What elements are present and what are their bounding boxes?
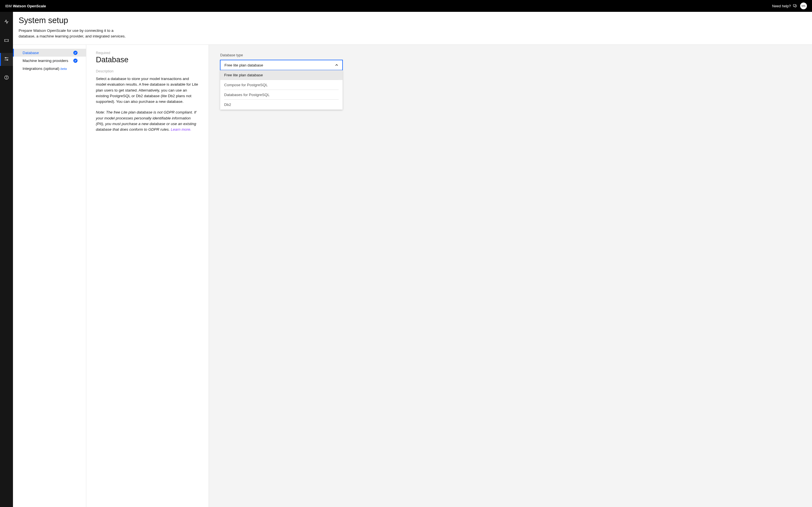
avatar[interactable]: MS — [800, 3, 807, 9]
topbar: IBM Watson OpenScale Need help? MS — [0, 0, 812, 12]
db-type-label: Database type — [220, 53, 801, 57]
need-help-link[interactable]: Need help? — [772, 4, 798, 8]
brand: IBM Watson OpenScale — [5, 4, 46, 8]
learn-more-link[interactable]: Learn more. — [171, 127, 192, 131]
sidebar-item-ml-providers[interactable]: Machine learning providers — [13, 57, 86, 64]
option-label: Compose for PostgreSQL — [224, 83, 268, 87]
description-panel: Required Database Description Select a d… — [86, 45, 209, 507]
topbar-right: Need help? MS — [772, 3, 807, 9]
check-icon — [73, 59, 78, 63]
form-panel: Database type Free lite plan database Fr… — [209, 45, 812, 507]
rail-help[interactable] — [0, 71, 13, 84]
description-text: Select a database to store your model tr… — [96, 76, 199, 105]
chevron-up-icon — [335, 63, 338, 67]
need-help-label: Need help? — [772, 4, 791, 8]
svg-point-0 — [5, 57, 6, 58]
note-text: Note: The free Lite plan database is not… — [96, 110, 199, 132]
content: System setup Prepare Watson OpenScale fo… — [13, 12, 812, 507]
sidebar-item-integrations[interactable]: Integrations (optional) beta — [13, 64, 86, 72]
check-icon — [73, 51, 78, 55]
required-label: Required — [96, 51, 199, 55]
db-type-selected: Free lite plan database — [224, 63, 263, 67]
db-type-option[interactable]: Db2 — [220, 100, 343, 110]
brand-product: Watson OpenScale — [13, 4, 46, 8]
rail-ticket[interactable] — [0, 34, 13, 47]
settings-icon — [4, 56, 9, 62]
body: Database Machine learning providers Inte… — [13, 45, 812, 507]
page-subtitle: Prepare Watson OpenScale for use by conn… — [18, 28, 126, 39]
main: System setup Prepare Watson OpenScale fo… — [0, 12, 812, 507]
left-rail — [0, 12, 13, 507]
option-label: Free lite plan database — [224, 73, 263, 77]
brand-prefix: IBM — [5, 4, 12, 8]
db-type-option[interactable]: Databases for PostgreSQL — [220, 90, 343, 100]
svg-point-3 — [7, 59, 8, 60]
chat-icon — [793, 4, 797, 8]
db-type-trigger[interactable]: Free lite plan database — [220, 60, 343, 70]
sidebar-item-label: Integrations (optional) — [22, 66, 59, 71]
db-type-option[interactable]: Compose for PostgreSQL — [220, 80, 343, 90]
rail-activity[interactable] — [0, 16, 13, 29]
sidebar-item-label: Machine learning providers — [22, 59, 68, 63]
sidebar-item-label: Database — [22, 51, 39, 55]
page-title: System setup — [18, 16, 806, 25]
activity-icon — [4, 19, 9, 25]
option-label: Databases for PostgreSQL — [224, 93, 269, 97]
db-type-menu: Free lite plan database Compose for Post… — [220, 70, 343, 110]
db-type-dropdown: Free lite plan database Free lite plan d… — [220, 60, 343, 110]
help-icon — [4, 75, 9, 81]
rail-settings[interactable] — [0, 53, 13, 66]
db-type-option[interactable]: Free lite plan database — [220, 70, 343, 80]
avatar-initials: MS — [802, 4, 806, 7]
description-label: Description — [96, 69, 199, 73]
page-header: System setup Prepare Watson OpenScale fo… — [13, 12, 812, 45]
sidebar-item-database[interactable]: Database — [13, 49, 86, 57]
ticket-icon — [4, 38, 9, 44]
section-title: Database — [96, 55, 199, 64]
beta-badge: beta — [61, 67, 67, 70]
option-label: Db2 — [224, 103, 231, 107]
setup-sidebar: Database Machine learning providers Inte… — [13, 45, 86, 507]
